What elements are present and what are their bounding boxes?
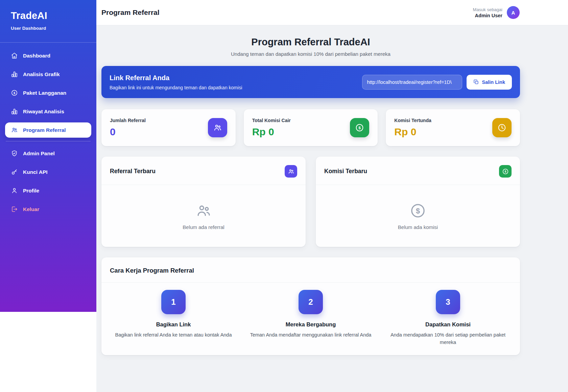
referrals-card: Referral Terbaru Belum ada referral xyxy=(101,157,306,247)
stat-text: Total Komisi Cair Rp 0 xyxy=(252,118,291,138)
svg-text:$: $ xyxy=(416,206,420,215)
stat-label: Total Komisi Cair xyxy=(252,118,291,123)
top-header: Program Referral Masuk sebagai Admin Use… xyxy=(96,0,568,25)
avatar[interactable]: A xyxy=(507,6,520,19)
referral-link-actions: Salin Link xyxy=(362,75,512,90)
stat-text: Jumlah Referral 0 xyxy=(110,118,146,138)
dollar-circle-icon: $ xyxy=(409,202,426,219)
step-number-badge: 1 xyxy=(161,290,186,314)
referral-link-text: Link Referral Anda Bagikan link ini untu… xyxy=(110,74,242,90)
dollar-circle-icon: $ xyxy=(350,118,369,137)
svg-text:$: $ xyxy=(504,170,506,173)
brand-logo: TradeAI xyxy=(11,10,86,21)
stat-card-jumlah-referral: Jumlah Referral 0 xyxy=(101,109,236,146)
svg-text:$: $ xyxy=(359,125,361,130)
users-icon xyxy=(285,165,297,178)
sidebar-item-label: Kunci API xyxy=(23,169,48,175)
bar-chart-icon xyxy=(11,71,18,78)
lists-row: Referral Terbaru Belum ada referral xyxy=(101,157,520,247)
how-it-works-title: Cara Kerja Program Referral xyxy=(110,267,194,274)
brand-subtitle: User Dashboard xyxy=(11,26,86,31)
stat-label: Komisi Tertunda xyxy=(394,118,431,123)
sidebar-menu: Dashboard Analisis Grafik $ Paket Langga… xyxy=(0,43,96,217)
how-it-works-header: Cara Kerja Program Referral xyxy=(101,257,520,283)
page-title: Program Referral xyxy=(101,8,160,17)
user-meta: Masuk sebagai Admin User xyxy=(473,7,502,18)
stat-text: Komisi Tertunda Rp 0 xyxy=(394,118,431,138)
sidebar-item-profile[interactable]: Profile xyxy=(5,183,91,198)
step-number-badge: 2 xyxy=(299,290,323,314)
svg-text:$: $ xyxy=(14,91,15,95)
hero-section: Program Referral TradeAI Undang teman da… xyxy=(101,37,520,57)
sidebar-divider xyxy=(6,141,91,141)
sidebar-item-label: Riwayat Analisis xyxy=(23,109,64,115)
sidebar-item-label: Program Referral xyxy=(23,127,66,133)
key-icon xyxy=(11,168,18,176)
sidebar-item-paket-langganan[interactable]: $ Paket Langganan xyxy=(5,85,91,100)
home-icon xyxy=(11,52,18,59)
step-description: Teman Anda mendaftar menggunakan link re… xyxy=(248,331,373,339)
stat-card-komisi-tertunda: Komisi Tertunda Rp 0 xyxy=(386,109,520,146)
step-title: Mereka Bergabung xyxy=(248,321,373,328)
sidebar-item-keluar[interactable]: Keluar xyxy=(5,202,91,217)
hero-title: Program Referral TradeAI xyxy=(101,37,520,48)
stat-value: Rp 0 xyxy=(394,126,431,138)
stat-label: Jumlah Referral xyxy=(110,118,146,123)
sidebar-item-label: Dashboard xyxy=(23,53,50,59)
bar-chart-icon xyxy=(11,108,18,115)
copy-link-button[interactable]: Salin Link xyxy=(467,75,512,90)
referral-link-title: Link Referral Anda xyxy=(110,74,242,82)
login-as-label: Masuk sebagai xyxy=(473,7,502,12)
content: Program Referral TradeAI Undang teman da… xyxy=(96,37,568,365)
referrals-card-title: Referral Terbaru xyxy=(110,168,156,175)
sidebar-item-dashboard[interactable]: Dashboard xyxy=(5,48,91,63)
user-name: Admin User xyxy=(473,13,502,18)
step-title: Dapatkan Komisi xyxy=(385,321,511,328)
commissions-empty-text: Belum ada komisi xyxy=(398,224,438,230)
logout-icon xyxy=(11,206,18,213)
shield-check-icon xyxy=(11,150,18,157)
sidebar-item-riwayat-analisis[interactable]: Riwayat Analisis xyxy=(5,104,91,119)
sidebar-item-label: Admin Panel xyxy=(23,151,55,157)
referral-link-subtitle: Bagikan link ini untuk mengundang teman … xyxy=(110,85,242,90)
commissions-card: Komisi Terbaru $ $ Belum ada komisi xyxy=(316,157,520,247)
how-it-works-card: Cara Kerja Program Referral 1 Bagikan Li… xyxy=(101,257,520,355)
hero-subtitle: Undang teman dan dapatkan komisi 10% dar… xyxy=(101,51,520,57)
clock-icon xyxy=(492,118,512,137)
sidebar-item-admin-panel[interactable]: Admin Panel xyxy=(5,146,91,161)
referral-link-input[interactable] xyxy=(362,75,462,90)
step-title: Bagikan Link xyxy=(111,321,236,328)
stats-row: Jumlah Referral 0 Total Komisi Cair Rp 0… xyxy=(101,109,520,146)
users-icon xyxy=(11,126,18,134)
sidebar-item-label: Profile xyxy=(23,188,39,194)
commissions-card-title: Komisi Terbaru xyxy=(324,168,367,175)
sidebar-item-analisis-grafik[interactable]: Analisis Grafik xyxy=(5,67,91,82)
stat-card-total-komisi-cair: Total Komisi Cair Rp 0 $ xyxy=(244,109,378,146)
referrals-card-header: Referral Terbaru xyxy=(101,157,306,185)
step-bagikan-link: 1 Bagikan Link Bagikan link referral And… xyxy=(105,290,242,346)
referral-link-card: Link Referral Anda Bagikan link ini untu… xyxy=(101,66,520,98)
referrals-empty-state: Belum ada referral xyxy=(101,185,306,247)
stat-value: Rp 0 xyxy=(252,126,291,138)
sidebar-item-program-referral[interactable]: Program Referral xyxy=(5,122,91,138)
main-area: Program Referral Masuk sebagai Admin Use… xyxy=(96,0,568,392)
copy-link-label: Salin Link xyxy=(482,79,505,85)
users-icon xyxy=(195,202,212,219)
step-dapatkan-komisi: 3 Dapatkan Komisi Anda mendapatkan 10% d… xyxy=(379,290,517,346)
sidebar-item-label: Analisis Grafik xyxy=(23,71,60,77)
app-root: TradeAI User Dashboard Dashboard Analisi… xyxy=(0,0,568,392)
sidebar-item-kunci-api[interactable]: Kunci API xyxy=(5,164,91,180)
dollar-circle-icon: $ xyxy=(11,89,18,96)
step-mereka-bergabung: 2 Mereka Bergabung Teman Anda mendaftar … xyxy=(242,290,379,346)
dollar-circle-icon: $ xyxy=(499,165,512,178)
sidebar-item-label: Keluar xyxy=(23,206,39,212)
sidebar: TradeAI User Dashboard Dashboard Analisi… xyxy=(0,0,96,312)
step-number-badge: 3 xyxy=(436,290,460,314)
how-it-works-steps: 1 Bagikan Link Bagikan link referral And… xyxy=(101,283,520,355)
stat-value: 0 xyxy=(110,126,146,138)
commissions-empty-state: $ Belum ada komisi xyxy=(316,185,520,247)
user-box: Masuk sebagai Admin User A xyxy=(473,6,520,19)
users-icon xyxy=(208,118,227,137)
copy-icon xyxy=(473,79,479,85)
commissions-card-header: Komisi Terbaru $ xyxy=(316,157,520,185)
